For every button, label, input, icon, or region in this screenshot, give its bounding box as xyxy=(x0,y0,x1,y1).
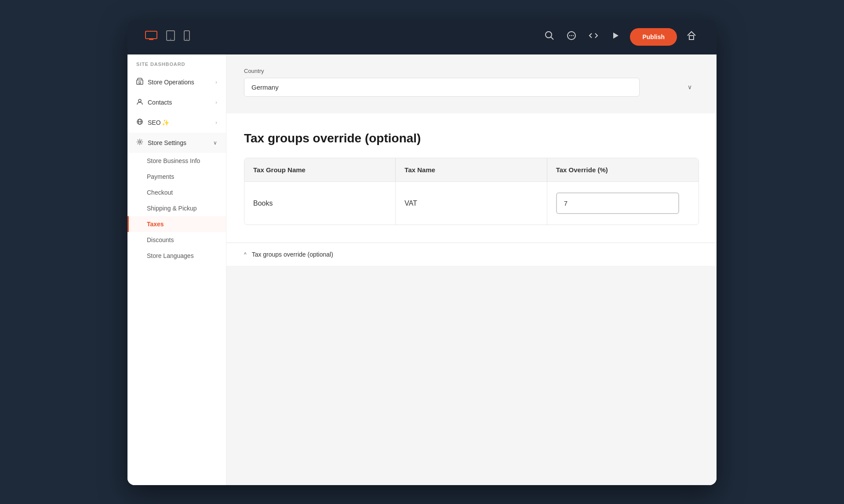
home-icon[interactable] xyxy=(684,28,699,45)
svg-rect-0 xyxy=(146,31,157,39)
sidebar-item-checkout[interactable]: Checkout xyxy=(127,185,226,200)
sidebar-item-store-settings[interactable]: Store Settings ∨ xyxy=(127,133,226,153)
desktop-icon[interactable] xyxy=(145,31,157,43)
svg-point-6 xyxy=(186,39,187,40)
country-section: Country GermanyUnited StatesFranceUnited… xyxy=(226,54,717,110)
seo-icon xyxy=(136,118,143,127)
header-tax-name: Tax Name xyxy=(396,158,547,181)
svg-line-8 xyxy=(551,37,553,40)
header-tax-group-name: Tax Group Name xyxy=(244,158,396,181)
svg-rect-16 xyxy=(139,82,141,83)
sidebar-item-taxes[interactable]: Taxes xyxy=(127,216,226,232)
code-icon[interactable] xyxy=(586,28,601,45)
sidebar-item-shipping-pickup[interactable]: Shipping & Pickup xyxy=(127,200,226,216)
store-settings-icon xyxy=(136,138,143,147)
svg-point-21 xyxy=(139,141,141,143)
sidebar-item-discounts[interactable]: Discounts xyxy=(127,232,226,248)
device-switcher xyxy=(145,30,190,44)
seo-sparkle-icon: ✨ xyxy=(162,119,169,126)
store-settings-subnav: Store Business Info Payments Checkout Sh… xyxy=(127,153,226,264)
sidebar-item-contacts[interactable]: Contacts › xyxy=(127,92,226,112)
cell-tax-group-name: Books xyxy=(244,182,396,225)
contacts-label: Contacts xyxy=(148,99,172,106)
country-select-wrapper: GermanyUnited StatesFranceUnited Kingdom… xyxy=(244,78,699,97)
select-arrow-icon: ∨ xyxy=(688,83,692,91)
svg-point-11 xyxy=(571,35,572,36)
svg-point-17 xyxy=(138,99,141,102)
main-content: Country GermanyUnited StatesFranceUnited… xyxy=(226,54,717,485)
play-icon[interactable] xyxy=(608,28,623,45)
sidebar-item-seo[interactable]: SEO ✨ › xyxy=(127,112,226,133)
tax-groups-section: Tax groups override (optional) Tax Group… xyxy=(226,113,717,243)
svg-marker-13 xyxy=(613,33,618,39)
top-bar: Publish xyxy=(127,19,717,54)
tax-table-header: Tax Group Name Tax Name Tax Override (%) xyxy=(244,158,698,181)
seo-label: SEO xyxy=(148,119,161,126)
store-operations-icon xyxy=(136,78,143,87)
publish-button[interactable]: Publish xyxy=(630,28,677,46)
country-label: Country xyxy=(244,68,699,74)
store-operations-label: Store Operations xyxy=(148,79,194,86)
cell-tax-override xyxy=(547,182,698,225)
bottom-bar-label[interactable]: Tax groups override (optional) xyxy=(252,251,333,258)
store-operations-arrow: › xyxy=(215,79,217,85)
cell-tax-name: VAT xyxy=(396,182,547,225)
browser-window: Publish SITE DASHBOARD xyxy=(127,19,717,485)
store-settings-label: Store Settings xyxy=(148,139,186,146)
svg-rect-14 xyxy=(689,36,694,40)
tax-table: Tax Group Name Tax Name Tax Override (%)… xyxy=(244,158,699,225)
svg-point-10 xyxy=(569,35,570,36)
search-icon[interactable] xyxy=(542,28,557,45)
tax-override-input[interactable] xyxy=(556,192,679,214)
chevron-up-icon: ^ xyxy=(244,251,247,257)
chat-icon[interactable] xyxy=(564,28,579,45)
svg-point-7 xyxy=(546,32,552,38)
sidebar: SITE DASHBOARD Store Operations › xyxy=(127,54,226,485)
svg-point-12 xyxy=(573,35,574,36)
tax-groups-title: Tax groups override (optional) xyxy=(244,131,699,146)
sidebar-item-store-business-info[interactable]: Store Business Info xyxy=(127,153,226,169)
mobile-icon[interactable] xyxy=(184,30,190,44)
table-row: Books VAT xyxy=(244,181,698,225)
sidebar-item-store-languages[interactable]: Store Languages xyxy=(127,248,226,264)
app-body: SITE DASHBOARD Store Operations › xyxy=(127,54,717,485)
tablet-icon[interactable] xyxy=(166,30,175,44)
contacts-arrow: › xyxy=(215,99,217,105)
top-right-toolbar: Publish xyxy=(542,28,699,46)
bottom-bar: ^ Tax groups override (optional) xyxy=(226,243,717,266)
store-settings-arrow: ∨ xyxy=(213,140,217,146)
contacts-icon xyxy=(136,98,143,107)
sidebar-item-payments[interactable]: Payments xyxy=(127,169,226,185)
dashboard-label: SITE DASHBOARD xyxy=(127,54,226,72)
header-tax-override: Tax Override (%) xyxy=(547,158,698,181)
svg-point-4 xyxy=(170,39,171,40)
sidebar-item-store-operations[interactable]: Store Operations › xyxy=(127,72,226,92)
country-select[interactable]: GermanyUnited StatesFranceUnited Kingdom… xyxy=(244,78,640,97)
seo-arrow: › xyxy=(215,120,217,126)
